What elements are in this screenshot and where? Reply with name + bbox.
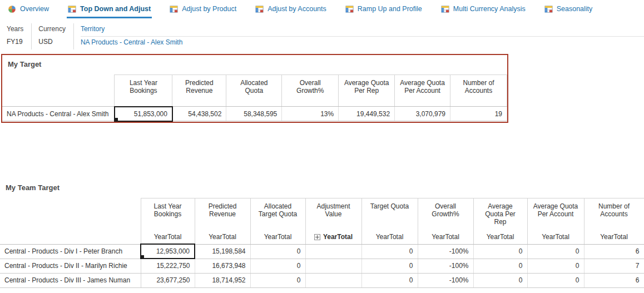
row-label-header xyxy=(2,75,115,107)
cell-last-year-bookings[interactable]: 15,222,750 xyxy=(141,259,195,273)
column-header-average-quota-per-rep: Average Quota Per Rep xyxy=(473,198,527,230)
column-header-predicted-revenue: Predicted Revenue xyxy=(172,75,226,107)
pivot-table-icon xyxy=(68,5,76,13)
team-row: Central - Products - Div III - James Num… xyxy=(0,273,644,287)
tab-label: Multi Currency Analysis xyxy=(453,5,526,13)
row-label: NA Products - Central - Alex Smith xyxy=(2,107,115,121)
cell-target-quota[interactable]: 0 xyxy=(361,259,418,273)
column-header-average-quota-per-rep: Average Quota Per Rep xyxy=(339,75,395,107)
cell-last-year-bookings[interactable]: 23,677,250 xyxy=(141,273,195,287)
pivot-table-icon xyxy=(441,5,449,13)
row-label: Central - Products - Div III - James Num… xyxy=(0,273,141,287)
cell-predicted-revenue[interactable]: 16,673,948 xyxy=(195,259,250,273)
subheader-number-of-accounts: YearTotal xyxy=(584,230,644,244)
tab-seasonality[interactable]: Seasonality xyxy=(543,1,594,18)
years-label: Years xyxy=(7,23,23,36)
pivot-table-icon xyxy=(170,5,178,13)
cell-average-quota-per-rep[interactable]: 19,449,532 xyxy=(339,107,395,121)
cell-target-quota[interactable]: 0 xyxy=(361,273,418,287)
cell-last-year-bookings[interactable]: 51,853,000 xyxy=(115,107,172,121)
column-header-average-quota-per-account: Average Quota Per Account xyxy=(527,198,584,230)
cell-predicted-revenue[interactable]: 18,714,952 xyxy=(195,273,250,287)
column-header-allocated-quota: Allocated Quota xyxy=(226,75,282,107)
cell-average-quota-per-account[interactable]: 0 xyxy=(527,259,584,273)
cell-number-of-accounts[interactable]: 6 xyxy=(584,273,644,287)
my-target-section: My Target Last Year BookingsPredicted Re… xyxy=(1,54,508,123)
cell-number-of-accounts[interactable]: 7 xyxy=(584,259,644,273)
filter-bar: Years FY19 Currency USD Territory NA Pro… xyxy=(0,23,644,49)
cell-adjustment-value[interactable] xyxy=(305,244,361,259)
column-header-allocated-target-quota: Allocated Target Quota xyxy=(250,198,305,230)
tab-bar: OverviewTop Down and AdjustAdjust by Pro… xyxy=(0,0,644,18)
my-team-target-title: My Team Target xyxy=(0,178,644,198)
territory-label[interactable]: Territory xyxy=(81,23,644,37)
row-label: Central - Products - Div II - Marilyn Ri… xyxy=(0,259,141,273)
tab-adjust-by-product[interactable]: Adjust by Product xyxy=(169,1,237,18)
cell-average-quota-per-rep[interactable]: 0 xyxy=(473,259,527,273)
tab-label: Top Down and Adjust xyxy=(80,5,151,13)
expand-icon[interactable] xyxy=(314,234,320,240)
my-target-row: NA Products - Central - Alex Smith51,853… xyxy=(2,107,507,121)
tab-label: Overview xyxy=(20,5,49,13)
pie-chart-icon xyxy=(8,5,16,13)
cell-allocated-target-quota[interactable]: 0 xyxy=(250,259,305,273)
cell-allocated-target-quota[interactable]: 0 xyxy=(250,273,305,287)
subheader-last-year-bookings: YearTotal xyxy=(141,230,195,244)
cell-average-quota-per-rep[interactable]: 0 xyxy=(473,273,527,287)
pivot-table-icon xyxy=(255,5,264,13)
tab-label: Ramp Up and Profile xyxy=(358,5,422,13)
tab-label: Seasonality xyxy=(557,5,593,13)
cell-overall-growth[interactable]: -100% xyxy=(418,273,473,287)
tab-multi-currency-analysis[interactable]: Multi Currency Analysis xyxy=(440,1,527,18)
pivot-table-icon xyxy=(544,5,553,13)
row-label: Central - Products - Div I - Peter Branc… xyxy=(0,244,141,259)
team-header-row: Last Year BookingsPredicted RevenueAlloc… xyxy=(0,198,644,230)
cell-target-quota[interactable]: 0 xyxy=(361,244,418,259)
filter-currency: Currency USD xyxy=(31,23,73,49)
my-target-header-row: Last Year BookingsPredicted RevenueAlloc… xyxy=(2,75,507,107)
subheader-average-quota-per-rep: YearTotal xyxy=(473,230,527,244)
cell-overall-growth[interactable]: -100% xyxy=(418,244,473,259)
years-value[interactable]: FY19 xyxy=(7,36,23,47)
cell-number-of-accounts[interactable]: 6 xyxy=(584,244,644,259)
subheader-adjustment-value[interactable]: YearTotal xyxy=(305,230,361,244)
currency-value[interactable]: USD xyxy=(38,36,66,47)
cell-predicted-revenue[interactable]: 54,438,502 xyxy=(172,107,226,121)
tab-adjust-by-accounts[interactable]: Adjust by Accounts xyxy=(254,1,328,18)
page: OverviewTop Down and AdjustAdjust by Pro… xyxy=(0,0,644,288)
cell-overall-growth[interactable]: 13% xyxy=(282,107,339,121)
subheader-target-quota: YearTotal xyxy=(361,230,418,244)
cell-number-of-accounts[interactable]: 19 xyxy=(450,107,507,121)
cell-adjustment-value[interactable] xyxy=(305,259,361,273)
tab-overview[interactable]: Overview xyxy=(7,1,50,18)
cell-average-quota-per-rep[interactable]: 0 xyxy=(473,244,527,259)
cell-average-quota-per-account[interactable]: 0 xyxy=(527,244,584,259)
row-label-header xyxy=(0,198,141,244)
tab-top-down-and-adjust[interactable]: Top Down and Adjust xyxy=(67,1,152,18)
team-row: Central - Products - Div II - Marilyn Ri… xyxy=(0,259,644,273)
cell-last-year-bookings[interactable]: 12,953,000 xyxy=(141,244,195,259)
tab-ramp-up-and-profile[interactable]: Ramp Up and Profile xyxy=(344,1,423,18)
column-header-last-year-bookings: Last Year Bookings xyxy=(115,75,172,107)
my-team-target-section: My Team Target Last Year BookingsPredict… xyxy=(0,178,644,288)
cell-allocated-quota[interactable]: 58,348,595 xyxy=(226,107,282,121)
my-target-title: My Target xyxy=(2,55,507,75)
territory-value[interactable]: NA Products - Central - Alex Smith xyxy=(81,37,644,47)
cell-allocated-target-quota[interactable]: 0 xyxy=(250,244,305,259)
column-header-average-quota-per-account: Average Quota Per Account xyxy=(395,75,450,107)
cell-average-quota-per-account[interactable]: 0 xyxy=(527,273,584,287)
cell-adjustment-value[interactable] xyxy=(305,273,361,287)
cell-predicted-revenue[interactable]: 15,198,584 xyxy=(195,244,250,259)
column-header-last-year-bookings: Last Year Bookings xyxy=(141,198,195,230)
my-team-target-table: Last Year BookingsPredicted RevenueAlloc… xyxy=(0,198,644,288)
my-target-table: Last Year BookingsPredicted RevenueAlloc… xyxy=(2,75,507,122)
subheader-overall-growth: YearTotal xyxy=(418,230,473,244)
column-header-number-of-accounts: Number of Accounts xyxy=(584,198,644,230)
cell-average-quota-per-account[interactable]: 3,070,979 xyxy=(395,107,450,121)
cell-overall-growth[interactable]: -100% xyxy=(418,259,473,273)
column-header-overall-growth: Overall Growth% xyxy=(418,198,473,230)
column-header-overall-growth: Overall Growth% xyxy=(282,75,339,107)
tab-label: Adjust by Accounts xyxy=(267,5,326,13)
column-header-adjustment-value: Adjustment Value xyxy=(305,198,361,230)
subheader-allocated-target-quota: YearTotal xyxy=(250,230,305,244)
